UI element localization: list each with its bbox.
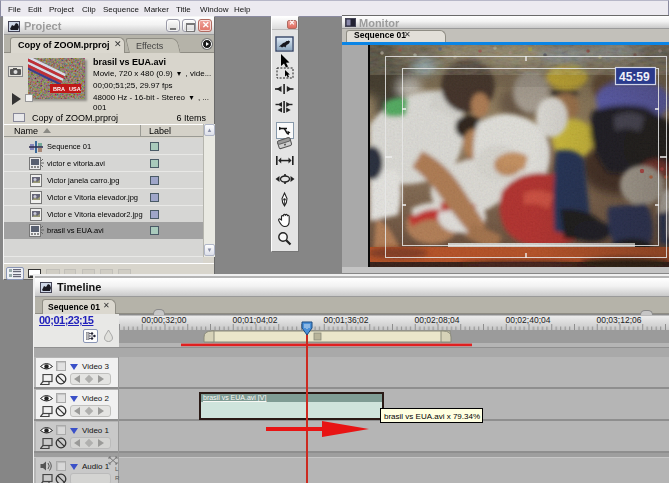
svg-text:00;02;08;04: 00;02;08;04 xyxy=(415,315,460,325)
svg-text:00;02;40;04: 00;02;40;04 xyxy=(506,315,551,325)
svg-text:00;01;36;02: 00;01;36;02 xyxy=(324,315,369,325)
svg-text:45:59: 45:59 xyxy=(619,70,650,84)
svg-text:00;01;04;02: 00;01;04;02 xyxy=(233,315,278,325)
svg-text:USA: USA xyxy=(69,86,81,92)
svg-text:BRA: BRA xyxy=(53,86,65,92)
svg-text:00;03;12;06: 00;03;12;06 xyxy=(597,315,642,325)
svg-text:00;00;32;00: 00;00;32;00 xyxy=(142,315,187,325)
